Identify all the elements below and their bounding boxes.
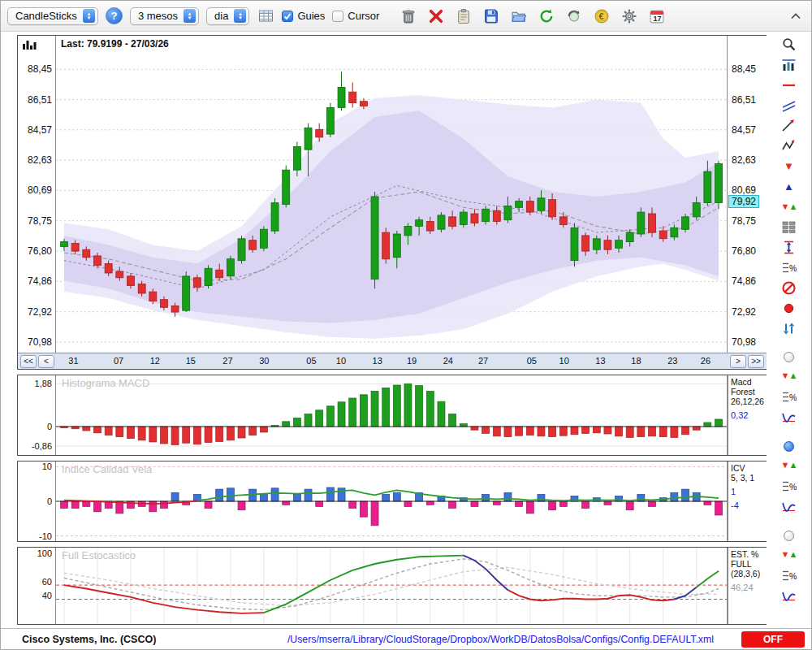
macd-plot[interactable]: Histograma MACD xyxy=(55,375,728,455)
date-tick-labels: 310712152730051013192427051013182326 xyxy=(55,353,729,369)
timeframe-select[interactable]: dia ▲▼ xyxy=(206,7,249,25)
stoch-tick-label: 60 xyxy=(42,577,52,587)
icv-axis: 100-10 xyxy=(18,462,55,541)
icv-plot[interactable]: Indice Calidad Vela xyxy=(55,462,728,541)
date-tick-label: 10 xyxy=(336,356,346,366)
date-tick-label: 05 xyxy=(527,356,537,366)
swap-arrows-icon[interactable] xyxy=(775,318,804,338)
nav-first-button[interactable]: << xyxy=(20,355,37,368)
arrows-updown-icon[interactable]: ▼▲ xyxy=(775,197,804,216)
icv-arrows-updown-icon[interactable]: ▼▲ xyxy=(775,455,804,474)
svg-text:17: 17 xyxy=(653,14,661,22)
macd-radio-button[interactable] xyxy=(784,352,794,362)
nav-prev-button[interactable]: < xyxy=(38,355,54,368)
macd-arrows-updown-icon[interactable]: ▼▲ xyxy=(775,366,804,385)
stoch-arrows-updown-icon[interactable]: ▼▲ xyxy=(775,544,804,564)
price-tick-label: 80,69 xyxy=(28,184,52,196)
calendar-icon[interactable]: 17 xyxy=(648,7,665,24)
stoch-tick-label: 100 xyxy=(37,548,52,558)
settings-gear-icon[interactable] xyxy=(620,7,637,24)
macd-percent-lines-icon[interactable]: % xyxy=(775,387,804,406)
price-tick-label: 88,45 xyxy=(28,63,52,75)
checkbox-checked-icon xyxy=(282,11,293,22)
period-select[interactable]: 3 mesos ▲▼ xyxy=(130,7,199,25)
date-tick-label: 13 xyxy=(595,356,605,366)
nav-next-button[interactable]: > xyxy=(730,355,746,368)
top-toolbar: CandleSticks ▲▼ ? 3 mesos ▲▼ dia ▲▼ Guie… xyxy=(1,1,811,32)
svg-text:€: € xyxy=(598,11,603,20)
date-axis: << < 31071215273005101319242705101318232… xyxy=(18,353,767,369)
icv-tick-label: 10 xyxy=(42,462,52,471)
arrow-down-red-icon[interactable]: ▼ xyxy=(775,156,804,176)
help-icon[interactable]: ? xyxy=(106,7,123,24)
stoch-rail-group: ▼▲% xyxy=(775,528,804,607)
price-tick-label: 74,86 xyxy=(732,275,756,287)
block-icon[interactable] xyxy=(775,278,804,297)
refresh-icon[interactable] xyxy=(538,7,555,24)
zoom-icon[interactable] xyxy=(775,34,804,54)
trash-icon[interactable] xyxy=(400,7,417,24)
macd-watermark: Histograma MACD xyxy=(62,377,149,389)
chart-style-icon[interactable] xyxy=(775,54,804,74)
open-folder-icon[interactable] xyxy=(510,7,527,24)
percent-lines-icon[interactable]: % xyxy=(775,258,804,277)
price-tick-label: 78,75 xyxy=(28,215,52,227)
indicator-info-line: 5, 3, 1 xyxy=(731,473,766,483)
date-tick-label: 31 xyxy=(68,356,78,366)
euro-coin-icon[interactable]: € xyxy=(593,7,610,24)
zigzag-icon[interactable] xyxy=(775,136,804,155)
stoch-radio-button[interactable] xyxy=(784,531,794,541)
collapse-chevron-icon[interactable] xyxy=(787,9,805,24)
stoch-watermark: Full Estocastico xyxy=(62,549,136,561)
off-toggle-button[interactable]: OFF xyxy=(741,631,805,648)
price-plot[interactable]: Last: 79.9199 - 27/03/26 xyxy=(55,36,728,353)
nav-last-button[interactable]: >> xyxy=(748,355,764,368)
date-tick-label: 30 xyxy=(259,356,269,366)
paste-icon[interactable] xyxy=(455,7,472,24)
price-tick-label: 82,63 xyxy=(28,154,52,166)
date-tick-label: 13 xyxy=(373,356,382,366)
icv-rail-group: ▼▲% xyxy=(775,439,804,518)
vrange-icon[interactable] xyxy=(775,237,804,257)
guies-checkbox[interactable]: Guies xyxy=(282,10,325,22)
histogram-mini-icon xyxy=(22,39,38,53)
arrow-up-blue-icon[interactable]: ▲ xyxy=(775,176,804,196)
data-table-icon[interactable] xyxy=(257,8,274,24)
sync-icon[interactable] xyxy=(565,7,582,24)
trendline-icon[interactable] xyxy=(775,115,804,135)
record-icon[interactable] xyxy=(775,298,804,318)
price-tick-label: 84,57 xyxy=(28,124,52,136)
macd-tick-label: 1,88 xyxy=(35,379,52,388)
right-tool-rail: ▼▲▼▲% ▼▲%▼▲%▼▲% xyxy=(767,33,811,627)
price-tick-label: 86,51 xyxy=(28,94,52,106)
stoch-percent-lines-icon[interactable]: % xyxy=(775,566,804,585)
save-icon[interactable] xyxy=(482,7,499,24)
svg-text:%: % xyxy=(789,392,797,402)
icv-watermark: Indice Calidad Vela xyxy=(62,463,152,475)
macd-wave-icon[interactable] xyxy=(775,408,804,427)
icv-panel: 100-10 Indice Calidad Vela ICV5, 3, 1 1 … xyxy=(17,461,767,542)
price-tick-label: 78,75 xyxy=(732,215,756,227)
stoch-value: 46,24 xyxy=(731,583,766,592)
checkbox-empty-icon xyxy=(332,11,343,22)
icv-percent-lines-icon[interactable]: % xyxy=(775,476,804,496)
stoch-plot[interactable]: Full Estocastico xyxy=(55,548,728,624)
date-tick-label: 05 xyxy=(306,356,316,366)
date-tick-label: 26 xyxy=(701,356,710,366)
chart-type-select[interactable]: CandleSticks ▲▼ xyxy=(7,7,98,25)
stoch-tick-label: 40 xyxy=(42,591,52,600)
rows-icon[interactable] xyxy=(775,217,804,236)
icv-tick-label: -10 xyxy=(39,531,52,541)
stoch-wave-icon[interactable] xyxy=(775,587,804,606)
icv-wave-icon[interactable] xyxy=(775,497,804,517)
cursor-checkbox[interactable]: Cursor xyxy=(332,10,379,22)
delete-icon[interactable] xyxy=(427,7,444,24)
price-axis-right: 79,92 88,4586,5184,5782,6380,6978,7576,8… xyxy=(728,36,767,353)
svg-text:%: % xyxy=(789,571,797,581)
icv-radio-button[interactable] xyxy=(784,441,794,452)
config-path-link[interactable]: /Users/mserra/Library/CloudStorage/Dropb… xyxy=(287,634,714,645)
parallel-lines-icon[interactable] xyxy=(775,95,804,115)
hline-red-icon[interactable] xyxy=(775,75,804,94)
price-tick-label: 72,92 xyxy=(28,306,52,318)
price-tick-label: 88,45 xyxy=(732,63,756,75)
